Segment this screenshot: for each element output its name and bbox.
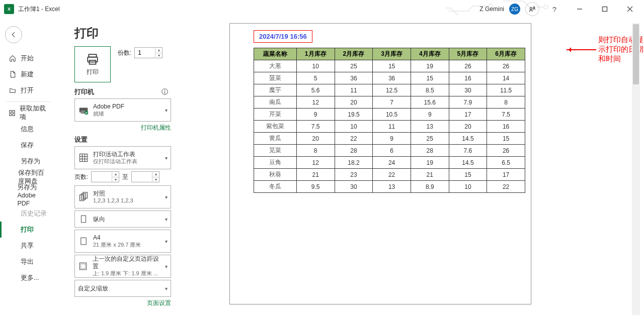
printer-properties-link[interactable]: 打印机属性 [74, 124, 171, 132]
table-row: 菠菜53636151614 [254, 72, 525, 84]
table-cell: 15.6 [411, 96, 449, 109]
chevron-down-icon: ▾ [165, 217, 168, 222]
user-name: Z Gemini [479, 6, 504, 13]
table-cell: 30 [335, 181, 373, 193]
arrow-icon [567, 49, 596, 50]
printer-device-icon [78, 104, 89, 116]
chevron-down-icon: ▾ [165, 155, 168, 161]
table-cell: 13 [411, 121, 449, 133]
nav-export[interactable]: 导出 [0, 254, 56, 270]
settings-section-label: 设置 [74, 135, 173, 144]
table-cell: 7.6 [449, 145, 487, 157]
page-setup-link[interactable]: 页面设置 [74, 299, 171, 307]
chevron-down-icon: ▾ [165, 239, 168, 244]
printer-status: 就绪 [93, 111, 124, 118]
table-row: 黄瓜202292514.515 [254, 133, 525, 145]
table-cell: 13 [373, 181, 411, 193]
table-cell: 21 [411, 169, 449, 181]
nav-more[interactable]: 更多... [0, 270, 56, 286]
scrollbar-thumb[interactable] [633, 24, 639, 84]
paper-size-select[interactable]: A421 厘米 x 29.7 厘米 ▾ [74, 230, 171, 253]
scaling-select[interactable]: 自定义缩放 ▾ [74, 280, 171, 297]
pages-to-label: 至 [122, 173, 128, 181]
nav-open-label: 打开 [21, 86, 34, 95]
nav-home[interactable]: 开始 [0, 50, 56, 66]
page-from-stepper[interactable]: ▲▼ [112, 172, 119, 182]
data-table: 蔬菜名称1月库存2月库存3月库存4月库存5月库存6月库存 大葱102515192… [254, 48, 525, 193]
user-avatar[interactable]: ZG [509, 4, 520, 15]
maximize-button[interactable] [595, 2, 615, 16]
preview-scrollbar[interactable] [632, 23, 640, 315]
table-cell: 36 [335, 72, 373, 84]
table-cell: 18.2 [335, 157, 373, 169]
nav-save[interactable]: 保存 [0, 137, 56, 153]
nav-saveas-label: 另存为 [21, 157, 40, 166]
svg-rect-9 [13, 111, 15, 113]
printer-icon [86, 53, 99, 66]
table-cell: 22 [335, 133, 373, 145]
table-cell: 8 [296, 145, 335, 157]
collate-select[interactable]: 对照1,2,3 1,2,3 1,2,3 ▾ [74, 185, 171, 208]
nav-new[interactable]: 新建 [0, 66, 56, 82]
table-header: 6月库存 [487, 48, 525, 60]
svg-rect-18 [80, 154, 88, 162]
table-cell: 25 [411, 133, 449, 145]
print-scope-select[interactable]: 打印活动工作表仅打印活动工作表 ▾ [74, 146, 171, 169]
nav-print-label: 打印 [21, 226, 34, 234]
chevron-down-icon: ▾ [165, 194, 168, 200]
table-cell: 12 [296, 157, 335, 169]
printer-select[interactable]: Adobe PDF就绪 ▾ [74, 98, 171, 122]
table-cell: 7.9 [449, 96, 487, 109]
nav-info[interactable]: 信息 [0, 121, 56, 137]
table-cell: 紫包菜 [254, 121, 297, 133]
table-cell: 5.6 [296, 84, 335, 96]
table-cell: 14.5 [449, 133, 487, 145]
help-button[interactable]: ? [544, 2, 565, 16]
copies-label: 份数: [118, 49, 131, 57]
nav-saveas[interactable]: 另存为 [0, 153, 56, 169]
copies-stepper[interactable]: ▲▼ [155, 48, 162, 58]
table-cell: 36 [373, 72, 411, 84]
table-cell: 冬瓜 [254, 181, 297, 193]
nav-save-adobe[interactable]: 另存为 Adobe PDF [0, 185, 56, 205]
table-row: 豆角1218.2241914.56.5 [254, 157, 525, 169]
table-cell: 28 [335, 145, 373, 157]
print-button[interactable]: 打印 [74, 46, 111, 82]
addins-icon [9, 110, 16, 117]
nav-history[interactable]: 历史记录 [0, 205, 56, 222]
svg-rect-11 [13, 114, 15, 116]
page-icon [78, 237, 89, 246]
info-icon[interactable]: ⓘ [162, 87, 168, 96]
nav-print[interactable]: 打印 [0, 222, 56, 238]
table-cell: 7.5 [296, 121, 335, 133]
table-row: 苋菜8286287.626 [254, 145, 525, 157]
minimize-button[interactable] [570, 2, 590, 16]
table-cell: 11 [335, 84, 373, 96]
close-button[interactable] [620, 2, 640, 16]
chevron-down-icon: ▾ [165, 108, 168, 113]
table-cell: 16 [487, 121, 525, 133]
table-cell: 12 [296, 96, 335, 109]
chevron-down-icon: ▾ [165, 264, 168, 269]
window-title: 工作簿1 - Excel [18, 5, 60, 14]
margins-select[interactable]: 上一次的自定义页边距设置上: 1.9 厘米 下: 1.9 厘米 ... ▾ [74, 255, 171, 278]
table-cell: 19.5 [335, 109, 373, 121]
page-to-stepper[interactable]: ▲▼ [152, 172, 159, 182]
orientation-select[interactable]: 纵向 ▾ [74, 210, 171, 228]
table-cell: 20 [335, 96, 373, 109]
table-cell: 7.5 [487, 109, 525, 121]
print-settings-panel: 打印 打印 份数: ▲▼ 打印机 ⓘ Adobe PDF就绪 ▾ 打印机属性 [56, 18, 177, 320]
orientation-icon [78, 215, 89, 224]
table-header: 5月库存 [449, 48, 487, 60]
nav-getaddins[interactable]: 获取加载项 [0, 105, 56, 121]
share-button[interactable] [525, 2, 539, 16]
table-cell: 6 [373, 145, 411, 157]
print-preview: 2024/7/19 16:56 蔬菜名称1月库存2月库存3月库存4月库存5月库存… [177, 18, 644, 320]
nav-share[interactable]: 共享 [0, 238, 56, 254]
back-button[interactable] [5, 26, 22, 43]
nav-open[interactable]: 打开 [0, 82, 56, 98]
nav-info-label: 信息 [21, 125, 34, 134]
table-cell: 15 [487, 133, 525, 145]
print-button-label: 打印 [87, 68, 99, 76]
table-cell: 豆角 [254, 157, 297, 169]
